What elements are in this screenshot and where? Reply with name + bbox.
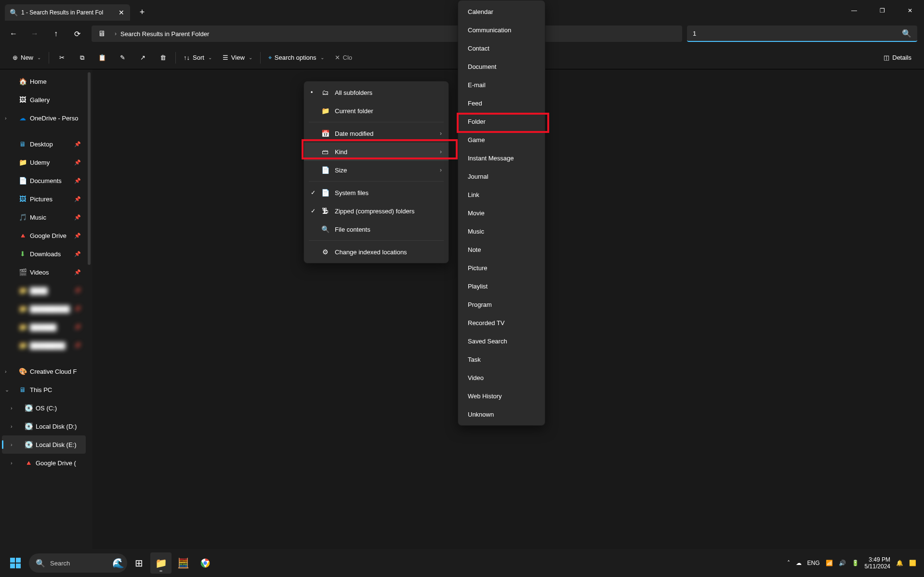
chevron-right-icon[interactable]: › <box>11 442 13 447</box>
kind-item-journal[interactable]: Journal <box>458 167 545 185</box>
forward-button[interactable]: → <box>25 25 44 42</box>
close-search-button[interactable]: ✕ Clo <box>330 51 357 64</box>
menu-date-modified[interactable]: 📅Date modified› <box>304 124 449 143</box>
tray-wifi[interactable]: 📶 <box>826 560 833 566</box>
scrollbar[interactable] <box>88 72 91 265</box>
kind-item-unknown[interactable]: Unknown <box>458 405 545 423</box>
sidebar-item-desktop[interactable]: 🖥Desktop📌 <box>2 135 86 153</box>
kind-item-contact[interactable]: Contact <box>458 39 545 57</box>
kind-item-music[interactable]: Music <box>458 222 545 240</box>
sidebar-item-gdrive2[interactable]: ›🔺Google Drive ( <box>2 454 86 472</box>
kind-item-game[interactable]: Game <box>458 131 545 149</box>
sidebar-item-gdrive[interactable]: 🔺Google Drive📌 <box>2 226 86 245</box>
menu-size[interactable]: 📄Size› <box>304 161 449 179</box>
tab[interactable]: 🔍 1 - Search Results in Parent Fol ✕ <box>5 4 130 21</box>
kind-item-note[interactable]: Note <box>458 240 545 259</box>
kind-item-program[interactable]: Program <box>458 295 545 314</box>
sidebar-item-music[interactable]: 🎵Music📌 <box>2 208 86 226</box>
view-button[interactable]: ☰ View ⌄ <box>218 51 257 64</box>
refresh-button[interactable]: ⟳ <box>67 25 87 42</box>
chevron-right-icon[interactable]: › <box>11 423 13 429</box>
calculator-button[interactable]: 🧮 <box>172 552 194 574</box>
sidebar-item-downloads[interactable]: ⬇Downloads📌 <box>2 245 86 263</box>
kind-item-playlist[interactable]: Playlist <box>458 277 545 295</box>
chevron-right-icon[interactable]: › <box>11 405 13 411</box>
sidebar-item-ldd[interactable]: ›💽Local Disk (D:) <box>2 417 86 435</box>
sidebar-item-gallery[interactable]: 🖼Gallery <box>2 91 86 109</box>
sidebar-item-pictures[interactable]: 🖼Pictures📌 <box>2 190 86 208</box>
minimize-button[interactable]: — <box>840 1 868 20</box>
chevron-right-icon[interactable]: › <box>5 115 7 121</box>
start-button[interactable] <box>4 552 27 574</box>
sidebar-item-blurred[interactable]: 📁████████📌 <box>2 336 86 354</box>
kind-item-recorded-tv[interactable]: Recorded TV <box>458 314 545 332</box>
kind-item-saved-search[interactable]: Saved Search <box>458 332 545 350</box>
sidebar-item-udemy[interactable]: 📁Udemy📌 <box>2 153 86 171</box>
menu-current-folder[interactable]: 📁Current folder <box>304 102 449 120</box>
kind-item-link[interactable]: Link <box>458 185 545 204</box>
close-tab-button[interactable]: ✕ <box>118 9 125 16</box>
delete-button[interactable]: 🗑 <box>153 51 172 64</box>
sidebar-item-blurred[interactable]: 📁████📌 <box>2 281 86 300</box>
tray-chevron[interactable]: ˄ <box>787 560 790 566</box>
details-button[interactable]: ◫ Details <box>879 51 916 64</box>
kind-item-instant-message[interactable]: Instant Message <box>458 149 545 167</box>
search-input[interactable]: 1 🔍 <box>687 26 917 42</box>
sidebar-item-home[interactable]: 🏠Home <box>2 72 86 91</box>
chevron-right-icon[interactable]: › <box>11 460 13 466</box>
sidebar-item-onedrive[interactable]: ›☁OneDrive - Perso <box>2 109 86 127</box>
kind-item-calendar[interactable]: Calendar <box>458 2 545 21</box>
menu-kind[interactable]: 🗃Kind› <box>304 143 449 161</box>
cut-button[interactable]: ✂ <box>52 51 71 64</box>
copy-button[interactable]: ⧉ <box>72 51 92 65</box>
kind-item-folder[interactable]: Folder <box>458 112 545 131</box>
sidebar-item-documents[interactable]: 📄Documents📌 <box>2 171 86 190</box>
maximize-button[interactable]: ❐ <box>868 1 896 20</box>
kind-item-communication[interactable]: Communication <box>458 21 545 39</box>
sort-button[interactable]: ↑↓ Sort ⌄ <box>179 51 217 64</box>
file-explorer-button[interactable]: 📁 <box>150 552 172 574</box>
chevron-right-icon[interactable]: › <box>5 368 7 374</box>
tray-battery[interactable]: 🔋 <box>852 560 859 566</box>
menu-all-subfolders[interactable]: •🗂All subfolders <box>304 83 449 102</box>
kind-item-picture[interactable]: Picture <box>458 259 545 277</box>
sidebar-item-osc[interactable]: ›💽OS (C:) <box>2 399 86 417</box>
paste-button[interactable]: 📋 <box>92 51 112 64</box>
menu-system-files[interactable]: ✓📄System files <box>304 184 449 202</box>
search-options-button[interactable]: ⌖ Search options ⌄ <box>264 51 329 65</box>
rename-button[interactable]: ✎ <box>113 51 132 64</box>
address-bar[interactable]: 🖥 › Search Results in Parent Folder <box>92 26 682 42</box>
back-button[interactable]: ← <box>4 25 23 42</box>
new-button[interactable]: ⊕ New ⌄ <box>8 51 46 64</box>
tray-app-icon[interactable]: 🟨 <box>909 560 916 566</box>
kind-item-web-history[interactable]: Web History <box>458 387 545 405</box>
kind-item-movie[interactable]: Movie <box>458 204 545 222</box>
tray-clock[interactable]: 3:49 PM 5/11/2024 <box>865 556 890 570</box>
kind-item-task[interactable]: Task <box>458 350 545 368</box>
share-button[interactable]: ↗ <box>133 51 152 64</box>
taskbar-search[interactable]: 🔍 Search 🌊 <box>29 553 127 573</box>
sidebar-item-ccf[interactable]: ›🎨Creative Cloud F <box>2 362 86 380</box>
sidebar-item-lde[interactable]: ›💽Local Disk (E:) <box>2 435 86 454</box>
close-window-button[interactable]: ✕ <box>896 1 924 20</box>
tray-notifications[interactable]: 🔔 <box>896 560 903 566</box>
sidebar-item-videos[interactable]: 🎬Videos📌 <box>2 263 86 281</box>
kind-item-email[interactable]: E-mail <box>458 76 545 94</box>
tray-volume[interactable]: 🔊 <box>839 560 846 566</box>
new-tab-button[interactable]: + <box>134 4 150 20</box>
menu-file-contents[interactable]: 🔍File contents <box>304 220 449 238</box>
tray-language[interactable]: ENG <box>807 560 820 566</box>
kind-item-video[interactable]: Video <box>458 368 545 387</box>
kind-item-document[interactable]: Document <box>458 57 545 76</box>
up-button[interactable]: ↑ <box>46 25 66 42</box>
chevron-down-icon[interactable]: ⌄ <box>5 387 9 393</box>
kind-item-feed[interactable]: Feed <box>458 94 545 112</box>
tray-onedrive[interactable]: ☁ <box>796 560 802 566</box>
menu-change-indexed[interactable]: ⚙Change indexed locations <box>304 243 449 261</box>
sidebar-item-thispc[interactable]: ⌄🖥This PC <box>2 380 86 399</box>
sidebar-item-blurred[interactable]: 📁█████████📌 <box>2 300 86 318</box>
task-view-button[interactable]: ⊞ <box>128 552 149 574</box>
menu-zipped[interactable]: ✓🗜Zipped (compressed) folders <box>304 202 449 220</box>
sidebar-item-blurred[interactable]: 📁██████📌 <box>2 318 86 336</box>
chrome-button[interactable] <box>195 552 216 574</box>
